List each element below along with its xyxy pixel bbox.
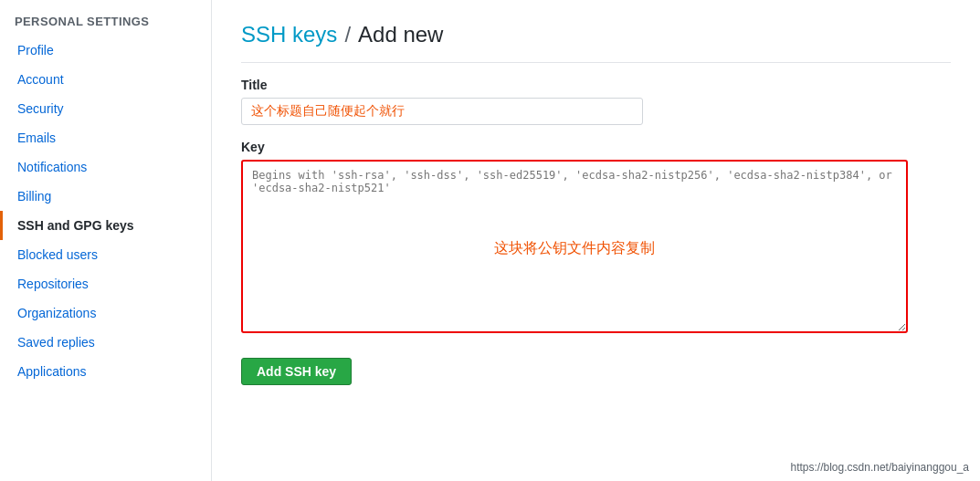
page-title: SSH keys/Add new bbox=[241, 22, 951, 63]
page-title-part1: SSH keys bbox=[241, 22, 337, 47]
page-title-part2: Add new bbox=[358, 22, 443, 47]
page-title-separator: / bbox=[344, 22, 351, 47]
key-form-group: Key 这块将公钥文件内容复制 bbox=[241, 140, 951, 336]
title-label: Title bbox=[241, 78, 951, 92]
key-label: Key bbox=[241, 140, 951, 154]
sidebar-item-repositories[interactable]: Repositories bbox=[0, 269, 211, 298]
footer-link: https://blog.csdn.net/baiyinanggou_a bbox=[791, 461, 969, 474]
sidebar-item-blocked-users[interactable]: Blocked users bbox=[0, 240, 211, 269]
sidebar-item-organizations[interactable]: Organizations bbox=[0, 298, 211, 328]
key-textarea[interactable] bbox=[241, 160, 908, 333]
sidebar-item-saved-replies[interactable]: Saved replies bbox=[0, 328, 211, 357]
main-content: SSH keys/Add new Title Key 这块将公钥文件内容复制 A… bbox=[212, 0, 980, 481]
sidebar-item-billing[interactable]: Billing bbox=[0, 182, 211, 211]
sidebar-item-ssh-gpg-keys[interactable]: SSH and GPG keys bbox=[0, 211, 211, 240]
sidebar: Personal settings ProfileAccountSecurity… bbox=[0, 0, 212, 481]
title-input[interactable] bbox=[241, 98, 643, 125]
sidebar-nav: ProfileAccountSecurityEmailsNotification… bbox=[0, 36, 211, 386]
add-ssh-key-button[interactable]: Add SSH key bbox=[241, 358, 352, 385]
title-form-group: Title bbox=[241, 78, 951, 125]
sidebar-item-account[interactable]: Account bbox=[0, 65, 211, 94]
sidebar-item-applications[interactable]: Applications bbox=[0, 357, 211, 386]
sidebar-item-notifications[interactable]: Notifications bbox=[0, 152, 211, 182]
sidebar-item-profile[interactable]: Profile bbox=[0, 36, 211, 65]
sidebar-item-emails[interactable]: Emails bbox=[0, 123, 211, 152]
sidebar-header: Personal settings bbox=[0, 0, 211, 36]
key-textarea-wrapper: 这块将公钥文件内容复制 bbox=[241, 160, 908, 336]
sidebar-item-security[interactable]: Security bbox=[0, 94, 211, 123]
